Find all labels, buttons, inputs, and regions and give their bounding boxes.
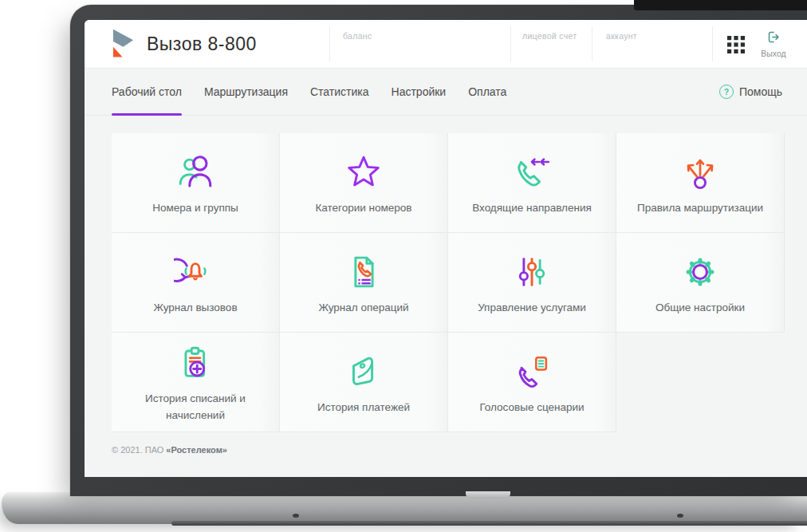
call-log-icon xyxy=(174,249,217,294)
help-link[interactable]: ? Помощь xyxy=(719,85,782,99)
header-divider xyxy=(329,26,330,61)
tile-label: Журнал вызовов xyxy=(153,300,237,317)
app-title: Вызов 8-800 xyxy=(147,33,257,55)
tab-bar: Рабочий стол Маршрутизация Статистика На… xyxy=(85,69,807,116)
laptop-base-bottom-edge xyxy=(171,521,807,526)
settings-gear-icon xyxy=(679,249,722,294)
charges-history-icon xyxy=(174,340,217,384)
tile-label: Номера и группы xyxy=(152,200,238,217)
exit-icon xyxy=(767,30,781,44)
copyright-prefix: © 2021. ПАО xyxy=(112,445,166,455)
help-icon: ? xyxy=(719,85,734,99)
tile-routing-rules[interactable]: Правила маршрутизации xyxy=(616,133,785,233)
tab-dashboard[interactable]: Рабочий стол xyxy=(112,69,182,115)
laptop-base xyxy=(2,492,807,524)
dashboard-grid: Номера и группы Категории номеров xyxy=(112,133,785,432)
tab-payment[interactable]: Оплата xyxy=(468,69,506,115)
laptop-lid-back-edge xyxy=(634,0,807,10)
account-label: аккаунт xyxy=(606,31,637,41)
logout-label: Выход xyxy=(754,49,793,58)
routing-icon xyxy=(679,149,722,194)
tile-label: История платежей xyxy=(317,400,410,416)
tile-label: Голосовые сценарии xyxy=(479,400,584,416)
apps-grid-icon[interactable] xyxy=(727,36,745,53)
tile-label: Входящие направления xyxy=(472,200,592,217)
footer-copyright: © 2021. ПАО «Ростелеком» xyxy=(112,445,807,455)
star-icon xyxy=(342,149,385,194)
screen-content: Вызов 8-800 баланс лицевой счет аккаунт xyxy=(85,20,807,477)
tile-operations-log[interactable]: Журнал операций xyxy=(280,233,448,333)
tab-routing[interactable]: Маршрутизация xyxy=(204,69,288,115)
tab-settings[interactable]: Настройки xyxy=(392,69,447,115)
tile-voice-scenarios[interactable]: Голосовые сценарии xyxy=(448,333,616,432)
app-header: Вызов 8-800 баланс лицевой счет аккаунт xyxy=(85,20,807,69)
tile-incoming-directions[interactable]: Входящие направления xyxy=(448,133,616,233)
tile-call-log[interactable]: Журнал вызовов xyxy=(112,233,280,333)
laptop-foot-dot xyxy=(677,514,683,518)
header-divider xyxy=(712,26,713,61)
rostelecom-logo[interactable] xyxy=(112,29,135,59)
tile-numbers-and-groups[interactable]: Номера и группы xyxy=(112,133,280,233)
tile-service-management[interactable]: Управление услугами xyxy=(448,233,616,333)
tile-label: Правила маршрутизации xyxy=(637,200,763,217)
laptop-mockup: Вызов 8-800 баланс лицевой счет аккаунт xyxy=(0,0,807,532)
help-label: Помощь xyxy=(739,85,782,98)
laptop-lid-notch xyxy=(466,491,510,499)
operations-log-icon xyxy=(342,249,385,294)
tile-label: Управление услугами xyxy=(478,300,586,317)
tile-label: История списаний и начислений xyxy=(124,391,266,424)
tile-payments-history[interactable]: История платежей xyxy=(280,333,448,432)
services-sliders-icon xyxy=(510,249,553,294)
tile-charges-history[interactable]: История списаний и начислений xyxy=(112,333,280,432)
balance-label: баланс xyxy=(343,31,372,41)
incoming-call-icon xyxy=(510,149,553,194)
tile-number-categories[interactable]: Категории номеров xyxy=(280,133,448,233)
payments-history-icon xyxy=(342,349,385,393)
personal-account-label: лицевой счет xyxy=(522,31,577,41)
users-icon xyxy=(174,149,217,194)
tile-general-settings[interactable]: Общие настройки xyxy=(616,233,785,333)
laptop-foot-dot xyxy=(293,514,299,518)
tile-label: Общие настройки xyxy=(655,300,745,317)
tile-label: Журнал операций xyxy=(318,300,408,317)
tile-label: Категории номеров xyxy=(315,200,411,217)
empty-cell xyxy=(616,333,785,432)
company-name: «Ростелеком» xyxy=(166,445,227,455)
brand: Вызов 8-800 xyxy=(112,20,257,68)
tab-statistics[interactable]: Статистика xyxy=(310,69,369,115)
voice-scenarios-icon xyxy=(510,349,553,393)
header-divider xyxy=(510,26,511,61)
logout-button[interactable]: Выход xyxy=(754,30,793,58)
header-divider xyxy=(592,26,592,61)
